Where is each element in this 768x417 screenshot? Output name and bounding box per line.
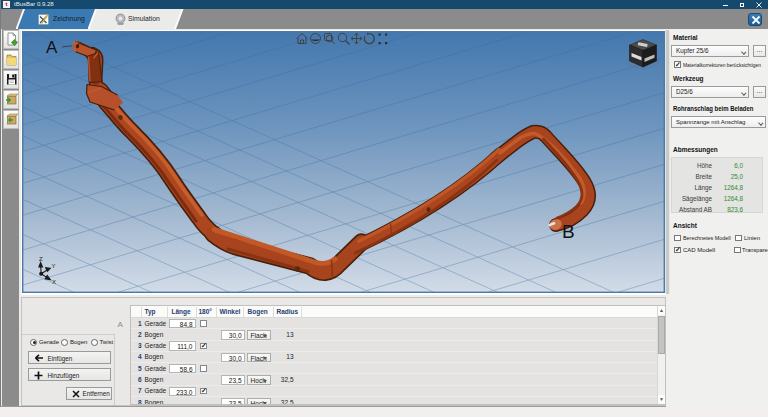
svg-text:Z: Z: [39, 256, 43, 262]
svg-text:A: A: [46, 38, 58, 57]
svg-text:B: B: [562, 221, 575, 242]
svg-text:X: X: [52, 279, 56, 285]
svg-text:Y: Y: [52, 263, 56, 269]
